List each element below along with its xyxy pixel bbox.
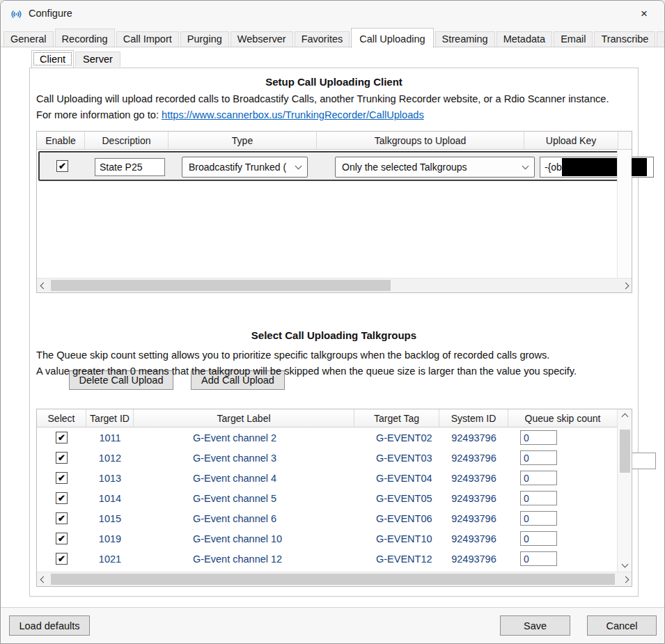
column-header-enable[interactable]: Enable: [37, 132, 85, 149]
subtab-server[interactable]: Server: [75, 52, 120, 67]
scroll-down-icon[interactable]: [618, 559, 632, 572]
column-header-talkgroups-to-upload[interactable]: Talkgroups to Upload: [317, 132, 524, 149]
system-id-cell: 92493796: [439, 432, 508, 443]
configure-dialog: Configure × GeneralRecordingCall ImportP…: [0, 0, 665, 644]
queue-skip-input[interactable]: [520, 491, 557, 505]
system-id-cell: 92493796: [439, 533, 508, 544]
upload-key-field[interactable]: [540, 157, 654, 178]
row-checkbox[interactable]: ✔: [56, 533, 68, 544]
queue-cell: [508, 450, 617, 465]
talkgroups-grid: SelectTarget IDTarget LabelTarget TagSys…: [36, 409, 632, 587]
queue-skip-input[interactable]: [520, 551, 557, 566]
cancel-button[interactable]: Cancel: [587, 615, 657, 636]
load-defaults-button[interactable]: Load defaults: [9, 615, 90, 636]
tab-advanced[interactable]: Advanced: [657, 31, 665, 47]
tab-recording[interactable]: Recording: [55, 29, 115, 47]
type-dropdown[interactable]: Broadcastify Trunked (: [182, 157, 308, 178]
queue-skip-input[interactable]: [520, 471, 557, 485]
scrollbar-thumb[interactable]: [620, 430, 630, 473]
row-checkbox[interactable]: ✔: [56, 472, 68, 484]
talkgroup-row: ✔1011G-Event channel 2G-EVENT0292493796: [37, 427, 617, 448]
tab-call-import[interactable]: Call Import: [116, 31, 179, 47]
call-uploads-grid-header: EnableDescriptionTypeTalkgroups to Uploa…: [37, 132, 632, 150]
setup-heading: Setup Call Uploading Client: [30, 76, 638, 88]
target-label-cell: G-Event channel 5: [134, 493, 354, 504]
talkgroup-row: ✔1014G-Event channel 5G-EVENT0592493796: [37, 488, 617, 508]
type-selected-value: Broadcastify Trunked (: [189, 162, 286, 173]
close-icon[interactable]: ×: [634, 5, 655, 23]
target-label-cell: G-Event channel 4: [134, 473, 354, 484]
scroll-right-icon[interactable]: [619, 278, 632, 292]
scrollbar-track[interactable]: [49, 278, 619, 292]
queue-cell: [508, 471, 617, 485]
row-checkbox[interactable]: ✔: [56, 432, 68, 443]
column-header-type[interactable]: Type: [169, 132, 317, 149]
scroll-up-icon[interactable]: [618, 409, 632, 422]
target-id-cell: 1019: [86, 533, 134, 544]
scroll-left-icon[interactable]: [37, 572, 49, 586]
talkgroups-intro-line1: The Queue skip count setting allows you …: [36, 350, 549, 361]
subtab-client[interactable]: Client: [31, 50, 74, 68]
tab-email[interactable]: Email: [554, 31, 593, 47]
target-id-cell: 1015: [86, 513, 134, 524]
scroll-left-icon[interactable]: [37, 278, 49, 292]
tab-webserver[interactable]: Webserver: [230, 31, 293, 47]
queue-cell: [508, 430, 617, 445]
vertical-scrollbar[interactable]: [617, 409, 632, 572]
target-label-cell: G-Event channel 10: [134, 533, 354, 544]
horizontal-scrollbar[interactable]: [37, 278, 632, 292]
queue-skip-input[interactable]: [520, 511, 557, 526]
scroll-right-icon[interactable]: [619, 572, 632, 586]
system-id-cell: 92493796: [439, 453, 508, 464]
select-cell: ✔: [37, 492, 86, 504]
column-header-description[interactable]: Description: [85, 132, 169, 149]
horizontal-scrollbar[interactable]: [37, 572, 632, 586]
target-tag-cell: G-EVENT02: [354, 432, 439, 443]
column-header-target-label[interactable]: Target Label: [134, 409, 354, 427]
tab-favorites[interactable]: Favorites: [295, 31, 350, 47]
target-id-cell: 1013: [86, 473, 134, 484]
tab-strip: GeneralRecordingCall ImportPurgingWebser…: [3, 27, 664, 47]
queue-cell: [508, 551, 617, 566]
tab-streaming[interactable]: Streaming: [435, 31, 495, 47]
tab-metadata[interactable]: Metadata: [496, 31, 552, 47]
column-header-upload-key[interactable]: Upload Key: [524, 132, 618, 149]
column-header-queue-skip-count[interactable]: Queue skip count: [508, 409, 618, 427]
target-tag-cell: G-EVENT04: [354, 473, 439, 484]
scrollbar-thumb[interactable]: [51, 574, 615, 585]
row-checkbox[interactable]: ✔: [56, 553, 68, 565]
window-title: Configure: [29, 8, 72, 19]
select-cell: ✔: [37, 553, 86, 565]
description-input[interactable]: [95, 158, 165, 176]
target-tag-cell: G-EVENT06: [354, 513, 439, 524]
column-header-system-id[interactable]: System ID: [439, 409, 508, 427]
target-label-cell: G-Event channel 3: [134, 453, 354, 464]
queue-skip-input[interactable]: [520, 450, 557, 465]
row-checkbox[interactable]: ✔: [56, 512, 68, 524]
talkgroup-row: ✔1015G-Event channel 6G-EVENT0692493796: [37, 508, 617, 528]
system-id-cell: 92493796: [439, 513, 508, 524]
column-header-target-id[interactable]: Target ID: [86, 409, 134, 427]
scrollbar-track[interactable]: [49, 572, 619, 586]
call-upload-row-selected[interactable]: ✔ Broadcastify Trunked ( Only the select…: [38, 151, 630, 181]
scrollbar-thumb[interactable]: [51, 280, 391, 291]
target-tag-cell: G-EVENT12: [354, 553, 439, 565]
queue-skip-input[interactable]: [520, 430, 557, 445]
row-checkbox[interactable]: ✔: [56, 492, 68, 504]
row-checkbox[interactable]: ✔: [56, 452, 68, 464]
column-header-target-tag[interactable]: Target Tag: [354, 409, 439, 427]
column-header-select[interactable]: Select: [37, 409, 86, 427]
tab-call-uploading[interactable]: Call Uploading: [351, 28, 433, 48]
tab-transcribe[interactable]: Transcribe: [594, 31, 655, 47]
tab-purging[interactable]: Purging: [180, 31, 229, 47]
talkgroup-rows: ✔1011G-Event channel 2G-EVENT0292493796✔…: [37, 427, 617, 572]
save-button[interactable]: Save: [500, 615, 570, 636]
tab-general[interactable]: General: [3, 31, 54, 47]
talkgroup-row: ✔1019G-Event channel 10G-EVENT1092493796: [37, 528, 617, 549]
enable-checkbox[interactable]: ✔: [56, 160, 68, 172]
talkgroups-to-upload-dropdown[interactable]: Only the selected Talkgroups: [335, 157, 535, 178]
queue-skip-input[interactable]: [520, 531, 557, 546]
call-uploading-client-panel: Setup Call Uploading Client Call Uploadi…: [29, 68, 639, 597]
select-cell: ✔: [37, 452, 86, 464]
call-uploads-link[interactable]: https://www.scannerbox.us/TrunkingRecord…: [162, 109, 424, 120]
